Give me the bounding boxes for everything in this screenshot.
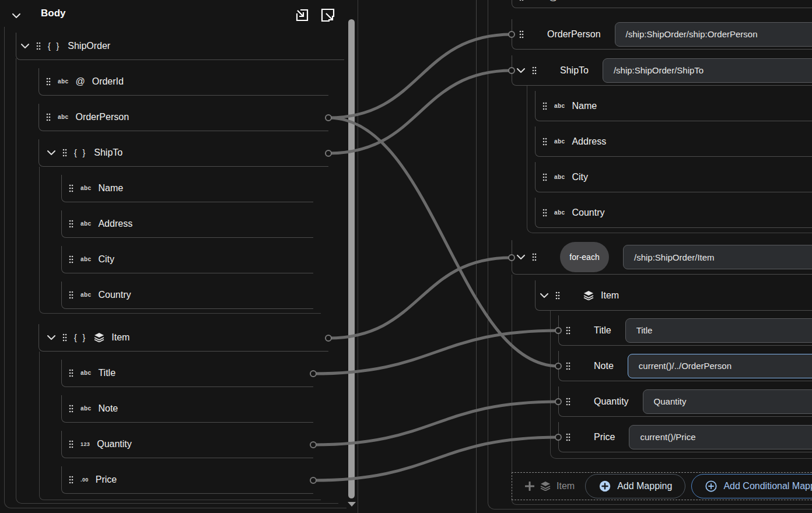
drag-handle-icon[interactable] — [36, 42, 41, 50]
field-label: City — [98, 254, 114, 265]
type-string-icon: abc — [80, 185, 91, 191]
source-row-name[interactable]: abc Name — [61, 175, 313, 202]
field-label: OrderId — [92, 76, 124, 87]
object-braces-icon: { } — [74, 333, 87, 342]
attribute-icon: @ — [75, 77, 85, 86]
source-row-shipto[interactable]: { } ShipTo — [38, 139, 328, 167]
drag-handle-icon[interactable] — [69, 440, 74, 448]
drag-handle-icon[interactable] — [542, 209, 547, 217]
target-row-note[interactable]: Note current()/../OrderPerson — [558, 351, 812, 381]
chevron-down-icon[interactable] — [517, 255, 525, 259]
target-row-item[interactable]: Item — [535, 280, 812, 311]
drag-handle-icon[interactable] — [62, 333, 67, 342]
export-schema-icon[interactable] — [320, 7, 336, 23]
connection-orderperson-orderperson[interactable] — [328, 34, 512, 118]
scroll-down-arrow-icon[interactable] — [348, 502, 356, 507]
body-collapse-chevron[interactable] — [8, 8, 24, 24]
source-row-city[interactable]: abc City — [61, 246, 313, 273]
field-label: Address — [98, 219, 132, 229]
source-row-title[interactable]: abc Title — [61, 360, 313, 387]
drag-handle-icon[interactable] — [46, 113, 51, 121]
drag-handle-icon[interactable] — [542, 138, 547, 146]
connection-shipto-shipto[interactable] — [328, 71, 512, 153]
target-row-orderid[interactable]: abc @ OrderId — [512, 0, 812, 8]
drag-handle-icon[interactable] — [555, 291, 560, 300]
source-row-note[interactable]: abc Note — [61, 395, 313, 423]
drag-handle-icon[interactable] — [566, 433, 570, 441]
drag-handle-icon[interactable] — [69, 184, 74, 192]
drag-handle-icon[interactable] — [566, 362, 570, 370]
drag-handle-icon[interactable] — [46, 78, 51, 86]
source-row-price[interactable]: .00 Price — [61, 466, 313, 494]
xpath-expression-input[interactable]: current()/Price — [629, 425, 812, 449]
drag-handle-icon[interactable] — [566, 398, 570, 406]
field-label: OrderPerson — [75, 112, 129, 122]
target-row-name[interactable]: abc Name — [535, 91, 812, 121]
drag-handle-icon[interactable] — [69, 220, 74, 228]
field-label: ShipTo — [94, 147, 123, 158]
field-label: City — [572, 172, 588, 182]
drag-handle-icon[interactable] — [62, 149, 67, 157]
target-row-city[interactable]: abc City — [535, 162, 812, 192]
target-row-orderperson[interactable]: OrderPerson /ship:ShipOrder/ship:OrderPe… — [512, 19, 812, 50]
source-row-quantity[interactable]: 123 Quantity — [61, 431, 313, 458]
source-row-country[interactable]: abc Country — [61, 282, 313, 309]
field-label: Country — [572, 208, 604, 218]
source-row-address[interactable]: abc Address — [61, 210, 313, 238]
target-row-address[interactable]: abc Address — [535, 127, 812, 157]
drag-handle-icon[interactable] — [69, 476, 74, 484]
source-row-orderperson[interactable]: abc OrderPerson — [38, 104, 328, 131]
chevron-down-icon[interactable] — [540, 293, 548, 298]
drag-handle-icon[interactable] — [519, 30, 524, 38]
plus-circle-filled-icon — [598, 480, 611, 493]
collection-layers-icon — [583, 291, 594, 300]
xpath-expression-input[interactable]: Quantity — [643, 389, 812, 414]
chevron-down-icon[interactable] — [47, 335, 55, 340]
xpath-expression-input[interactable]: /ship:ShipOrder/ShipTo — [603, 58, 812, 83]
add-mapping-button[interactable]: Add Mapping — [585, 474, 685, 498]
drag-handle-icon[interactable] — [566, 326, 570, 335]
chevron-down-icon[interactable] — [517, 68, 525, 73]
chevron-down-icon[interactable] — [47, 150, 55, 155]
chevron-down-icon[interactable] — [21, 44, 29, 48]
drag-handle-icon[interactable] — [532, 66, 537, 75]
xpath-expression-input[interactable]: Title — [625, 318, 812, 343]
drag-handle-icon[interactable] — [69, 291, 74, 299]
drag-handle-icon[interactable] — [532, 253, 537, 261]
drag-handle-icon[interactable] — [542, 173, 547, 181]
target-row-quantity[interactable]: Quantity Quantity — [558, 386, 812, 417]
field-label: ShipTo — [560, 65, 589, 76]
drag-handle-icon[interactable] — [69, 369, 74, 377]
collection-layers-icon — [94, 333, 104, 342]
xpath-expression-input-focused[interactable]: current()/../OrderPerson — [628, 354, 812, 378]
xpath-expression-input[interactable]: /ship:ShipOrder/ship:OrderPerson — [615, 22, 812, 47]
datamapper-canvas: Body { } ShipOrder abc @ OrderId abc Ord… — [0, 0, 812, 513]
drag-handle-icon[interactable] — [69, 255, 74, 263]
target-row-foreach[interactable]: for-each /ship:ShipOrder/Item — [512, 240, 812, 275]
target-row-country[interactable]: abc Country — [535, 198, 812, 228]
source-row-item[interactable]: { } Item — [38, 324, 328, 352]
type-string-icon: abc — [80, 292, 91, 298]
drag-handle-icon[interactable] — [519, 0, 524, 1]
collection-layers-icon — [540, 482, 551, 491]
for-each-badge[interactable]: for-each — [560, 242, 609, 272]
source-scrollbar-thumb[interactable] — [348, 19, 355, 498]
target-row-title[interactable]: Title Title — [558, 315, 812, 346]
import-schema-icon[interactable] — [294, 7, 310, 23]
target-row-price[interactable]: Price current()/Price — [558, 422, 812, 452]
object-braces-icon: { } — [74, 148, 87, 157]
type-number-icon: 123 — [80, 442, 90, 447]
xpath-expression-input[interactable]: /ship:ShipOrder/Item — [623, 245, 812, 269]
drag-handle-icon[interactable] — [69, 405, 74, 413]
target-row-shipto[interactable]: ShipTo /ship:ShipOrder/ShipTo — [512, 55, 812, 86]
source-row-orderid[interactable]: abc @ OrderId — [38, 68, 328, 96]
object-braces-icon: { } — [48, 41, 61, 51]
source-panel-title: Body — [41, 8, 66, 19]
drag-handle-icon[interactable] — [542, 102, 547, 110]
type-string-icon: abc — [554, 139, 565, 145]
type-string-icon: abc — [554, 103, 565, 109]
target-panel-left-border — [476, 0, 477, 513]
source-row-shiporder[interactable]: { } ShipOrder — [16, 33, 344, 60]
connection-item-foreach[interactable] — [328, 258, 512, 338]
add-conditional-mapping-button[interactable]: Add Conditional Mapping — [691, 474, 812, 498]
